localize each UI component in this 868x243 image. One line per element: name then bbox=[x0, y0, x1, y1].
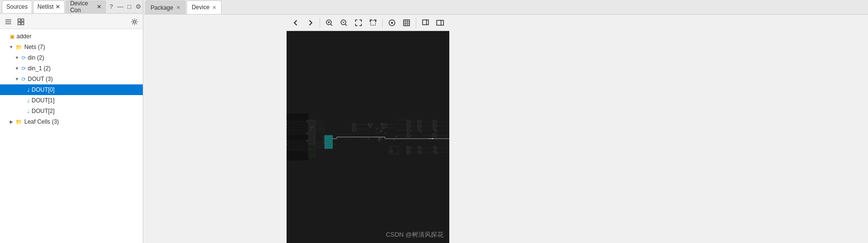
circuit-canvas[interactable]: SRL16 LUT DOUT_LUT _0 LUT bbox=[287, 31, 449, 243]
expand-nets bbox=[8, 44, 15, 50]
tree-item-leafcells[interactable]: 📁 Leaf Cells (3) bbox=[0, 116, 143, 127]
tree-container: ▣ adder 📁 Nets (7) ⟳ din (2) bbox=[0, 29, 143, 243]
tree-item-dout[interactable]: ⟳ DOUT (3) bbox=[0, 74, 143, 84]
sep2 bbox=[382, 18, 383, 28]
tab-netlist-close[interactable]: ✕ bbox=[55, 3, 60, 10]
tab-netlist[interactable]: Netlist ✕ bbox=[33, 0, 65, 13]
tab-device-con[interactable]: Device Con ✕ bbox=[66, 0, 105, 13]
net-icon-dout: ⟳ bbox=[21, 76, 26, 82]
forward-btn[interactable] bbox=[304, 16, 317, 29]
expand-all-btn[interactable] bbox=[16, 16, 26, 27]
settings-icon[interactable]: ⚙ bbox=[134, 1, 143, 12]
export1-btn[interactable] bbox=[419, 16, 432, 29]
signal-icon-dout0: ♩ bbox=[27, 87, 30, 93]
maximize-icon[interactable]: □ bbox=[125, 1, 134, 12]
grid-icon bbox=[403, 19, 410, 27]
svg-rect-6 bbox=[21, 22, 24, 25]
question-icon[interactable]: ? bbox=[107, 1, 116, 12]
top-tab-row: Sources Netlist ✕ Device Con ✕ ? — □ ⚙ P… bbox=[0, 0, 868, 15]
settings-panel-btn[interactable] bbox=[129, 16, 140, 27]
forward-arrow-icon bbox=[306, 19, 314, 27]
sep1 bbox=[320, 18, 320, 28]
left-panel-toolbar bbox=[0, 15, 143, 29]
tree-label-din: din (2) bbox=[28, 54, 44, 61]
sep3 bbox=[416, 18, 416, 28]
left-panel: ▣ adder 📁 Nets (7) ⟳ din (2) bbox=[0, 15, 143, 243]
tree-item-dout0[interactable]: ♩ DOUT[0] bbox=[0, 84, 143, 95]
zoom-in-icon bbox=[325, 19, 333, 27]
tab-netlist-label: Netlist bbox=[37, 3, 53, 10]
expand-dout0 bbox=[19, 86, 26, 93]
zoom-out-icon bbox=[340, 19, 348, 27]
svg-rect-5 bbox=[18, 22, 20, 25]
center-icon bbox=[388, 19, 396, 27]
zoom-out-btn[interactable] bbox=[338, 16, 350, 29]
folder-icon-leafcells: 📁 bbox=[16, 119, 22, 125]
expand-din1 bbox=[14, 65, 20, 72]
svg-rect-34 bbox=[287, 113, 308, 161]
svg-rect-23 bbox=[423, 20, 426, 25]
watermark: CSDN @树清风探花 bbox=[386, 230, 443, 239]
grid-btn[interactable] bbox=[400, 16, 413, 29]
tree-label-adder: adder bbox=[17, 33, 32, 40]
tree-item-din1[interactable]: ⟳ din_1 (2) bbox=[0, 63, 143, 74]
svg-rect-4 bbox=[21, 19, 24, 21]
zoom-in-btn[interactable] bbox=[323, 16, 336, 29]
expand-icon bbox=[17, 18, 25, 26]
tree-label-dout: DOUT (3) bbox=[28, 76, 53, 82]
tab-package-label: Package bbox=[151, 4, 173, 11]
collapse-icon bbox=[4, 18, 12, 26]
tab-device-con-label: Device Con bbox=[70, 0, 94, 14]
expand-adder bbox=[2, 33, 9, 40]
tree-label-leafcells: Leaf Cells (3) bbox=[24, 118, 59, 125]
svg-rect-3 bbox=[18, 19, 20, 21]
main-container: Sources Netlist ✕ Device Con ✕ ? — □ ⚙ P… bbox=[0, 0, 868, 243]
signal-icon-dout1: ♩ bbox=[27, 97, 30, 104]
tab-package-close[interactable]: ✕ bbox=[176, 5, 180, 10]
right-tab-bar: Package ✕ Device ✕ bbox=[143, 0, 868, 15]
minimize-icon[interactable]: — bbox=[116, 1, 125, 12]
fit-selection-btn[interactable] bbox=[367, 16, 379, 29]
svg-line-11 bbox=[331, 24, 332, 26]
tab-device-label: Device bbox=[192, 4, 210, 11]
net-icon-din1: ⟳ bbox=[21, 65, 26, 72]
tree-label-din1: din_1 (2) bbox=[28, 65, 51, 72]
right-toolbar bbox=[287, 15, 449, 31]
toolbar-left-group bbox=[3, 16, 26, 27]
svg-rect-24 bbox=[437, 20, 441, 25]
center-btn[interactable] bbox=[386, 16, 398, 29]
circuit-svg: SRL16 LUT DOUT_LUT _0 LUT bbox=[287, 31, 449, 243]
fit-icon bbox=[355, 19, 362, 27]
tab-device-con-close[interactable]: ✕ bbox=[97, 3, 102, 10]
signal-icon-dout2: ♩ bbox=[27, 108, 30, 114]
tree-label-dout1: DOUT[1] bbox=[32, 97, 54, 104]
tree-label-nets: Nets (7) bbox=[24, 44, 45, 50]
tab-device[interactable]: Device ✕ bbox=[187, 0, 222, 14]
svg-line-14 bbox=[345, 24, 347, 26]
svg-point-17 bbox=[391, 22, 393, 24]
tab-sources[interactable]: Sources bbox=[2, 0, 32, 13]
watermark-text: CSDN @树清风探花 bbox=[386, 231, 443, 238]
svg-rect-93 bbox=[308, 144, 315, 157]
collapse-all-btn[interactable] bbox=[3, 16, 14, 27]
fit-btn[interactable] bbox=[352, 16, 365, 29]
tab-device-close[interactable]: ✕ bbox=[212, 5, 216, 10]
tree-item-dout1[interactable]: ♩ DOUT[1] bbox=[0, 95, 143, 106]
export1-icon bbox=[422, 19, 429, 27]
expand-dout2 bbox=[19, 108, 26, 114]
export2-btn[interactable] bbox=[434, 16, 446, 29]
folder-icon-nets: 📁 bbox=[16, 44, 22, 50]
tree-item-din[interactable]: ⟳ din (2) bbox=[0, 52, 143, 63]
tab-sources-label: Sources bbox=[6, 3, 28, 10]
right-panel: SRL16 LUT DOUT_LUT _0 LUT bbox=[287, 15, 449, 243]
left-tab-bar: Sources Netlist ✕ Device Con ✕ ? — □ ⚙ bbox=[0, 0, 143, 14]
back-btn[interactable] bbox=[289, 16, 302, 29]
tree-item-nets[interactable]: 📁 Nets (7) bbox=[0, 42, 143, 52]
tree-item-dout2[interactable]: ♩ DOUT[2] bbox=[0, 106, 143, 116]
tree-item-adder[interactable]: ▣ adder bbox=[0, 31, 143, 42]
expand-leafcells bbox=[8, 118, 15, 125]
content-row: ▣ adder 📁 Nets (7) ⟳ din (2) bbox=[0, 15, 868, 243]
tab-package[interactable]: Package ✕ bbox=[145, 0, 186, 14]
tree-label-dout2: DOUT[2] bbox=[32, 108, 54, 114]
back-arrow-icon bbox=[292, 19, 300, 27]
